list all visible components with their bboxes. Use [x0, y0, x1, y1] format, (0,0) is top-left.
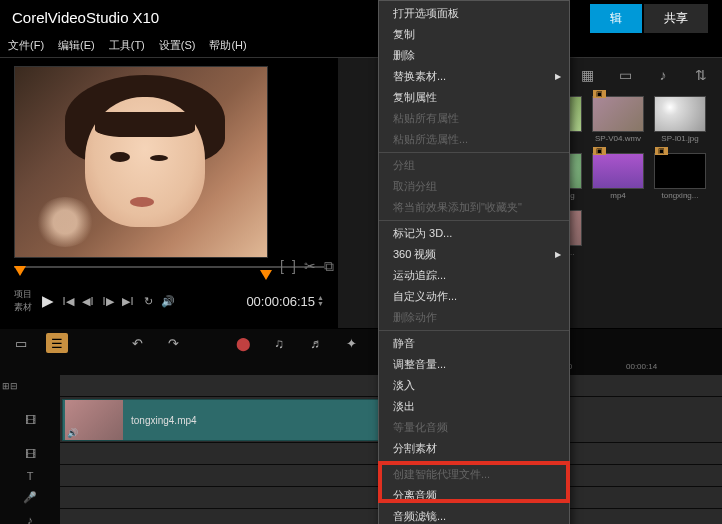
- film-icon: 🎞: [25, 448, 36, 460]
- film-icon: 🎞: [25, 414, 36, 426]
- trim-tools: [ ] ✂ ⧉: [280, 258, 334, 275]
- snapshot-icon[interactable]: ⧉: [324, 258, 334, 275]
- timeline-area: ▭ ☰ ↶ ↷ ⬤ ♫ ♬ ✦ ⊟ ▦ ⊕ 00:00:12:10 00:00:…: [0, 328, 722, 524]
- title-icon: T: [27, 470, 34, 482]
- cm-mute[interactable]: 静音: [379, 333, 569, 354]
- track-head[interactable]: ⊞⊟: [0, 375, 60, 396]
- mic-icon: 🎤: [23, 491, 37, 504]
- cm-adjust-volume[interactable]: 调整音量...: [379, 354, 569, 375]
- track-head-voice[interactable]: 🎤: [0, 487, 60, 508]
- redo-button[interactable]: ↷: [162, 333, 184, 353]
- split-icon[interactable]: ✂: [304, 258, 316, 275]
- cm-fade-out[interactable]: 淡出: [379, 396, 569, 417]
- track-head-overlay[interactable]: 🎞: [0, 443, 60, 464]
- prev-frame-button[interactable]: ◀I: [78, 292, 98, 310]
- cm-paste-sel-attrs: 粘贴所选属性...: [379, 129, 569, 150]
- cm-fade-in[interactable]: 淡入: [379, 375, 569, 396]
- audio-icon: 🔊: [67, 428, 78, 438]
- track-head-music[interactable]: ♪: [0, 509, 60, 524]
- menu-help[interactable]: 帮助(H): [209, 38, 246, 53]
- overlay-track: 🎞: [0, 443, 722, 465]
- transport-controls: 项目 素材 ▶ I◀ ◀I I▶ ▶I ↻ 🔊 00:00:06:15 ▲▼: [14, 288, 324, 314]
- app-brand: CorelVideoStudioX10: [12, 9, 159, 26]
- cm-group: 分组: [379, 155, 569, 176]
- storyboard-view-button[interactable]: ▭: [10, 333, 32, 353]
- mark-in-icon[interactable]: [: [280, 258, 284, 275]
- timeline-view-button[interactable]: ☰: [46, 333, 68, 353]
- preview-pane: 项目 素材 ▶ I◀ ◀I I▶ ▶I ↻ 🔊 00:00:06:15 ▲▼: [0, 58, 338, 328]
- cm-smart-proxy: 创建智能代理文件...: [379, 464, 569, 485]
- go-start-button[interactable]: I◀: [58, 292, 78, 310]
- cm-add-fav: 将当前效果添加到"收藏夹": [379, 197, 569, 218]
- preview-video[interactable]: [14, 66, 268, 258]
- filmstrip-icon[interactable]: ▦: [578, 66, 596, 84]
- auto-music-button[interactable]: ♬: [304, 333, 326, 353]
- timecode-display[interactable]: 00:00:06:15 ▲▼: [246, 294, 324, 309]
- clip-label: tongxing4.mp4: [131, 415, 197, 426]
- menubar: 文件(F) 编辑(E) 工具(T) 设置(S) 帮助(H): [0, 34, 722, 58]
- mode-clip-label[interactable]: 素材: [14, 301, 32, 314]
- cm-motion-track[interactable]: 运动追踪...: [379, 265, 569, 286]
- workspace-tabs: 辑 共享: [590, 4, 708, 33]
- library-thumb[interactable]: ▣mp4: [592, 153, 644, 200]
- music-icon: ♪: [27, 514, 33, 525]
- volume-button[interactable]: 🔊: [158, 292, 178, 310]
- cm-paste-all-attrs: 粘贴所有属性: [379, 108, 569, 129]
- next-frame-button[interactable]: I▶: [98, 292, 118, 310]
- cm-audio-filter[interactable]: 音频滤镜...: [379, 506, 569, 524]
- menu-settings[interactable]: 设置(S): [159, 38, 196, 53]
- mode-project-label[interactable]: 项目: [14, 288, 32, 301]
- record-button[interactable]: ⬤: [232, 333, 254, 353]
- cm-detach-audio[interactable]: 分离音频: [379, 485, 569, 506]
- scrub-bar[interactable]: [14, 266, 324, 282]
- cm-delete[interactable]: 删除: [379, 45, 569, 66]
- cm-open-options[interactable]: 打开选项面板: [379, 3, 569, 24]
- track-row: ⊞⊟: [0, 375, 722, 397]
- library-thumb[interactable]: ▣tongxing...: [654, 153, 706, 200]
- cm-copy[interactable]: 复制: [379, 24, 569, 45]
- undo-button[interactable]: ↶: [126, 333, 148, 353]
- music-track: ♪: [0, 509, 722, 524]
- tab-share[interactable]: 共享: [644, 4, 708, 33]
- cm-split-clip[interactable]: 分割素材: [379, 438, 569, 459]
- mixer-button[interactable]: ♫: [268, 333, 290, 353]
- title-track: T: [0, 465, 722, 487]
- track-head-video[interactable]: 🎞: [0, 397, 60, 442]
- library-thumb[interactable]: SP-I01.jpg: [654, 96, 706, 143]
- mark-out-icon[interactable]: ]: [292, 258, 296, 275]
- menu-edit[interactable]: 编辑(E): [58, 38, 95, 53]
- context-menu: 打开选项面板 复制 删除 替换素材... 复制属性 粘贴所有属性 粘贴所选属性.…: [378, 0, 570, 524]
- sort-icon[interactable]: ⇅: [692, 66, 710, 84]
- library-thumb[interactable]: ▣SP-V04.wmv: [592, 96, 644, 143]
- trim-out-handle[interactable]: [260, 270, 272, 280]
- tab-edit[interactable]: 辑: [590, 4, 642, 33]
- menu-tools[interactable]: 工具(T): [109, 38, 145, 53]
- repeat-button[interactable]: ↻: [138, 292, 158, 310]
- music-icon[interactable]: ♪: [654, 66, 672, 84]
- play-button[interactable]: ▶: [38, 292, 58, 310]
- cm-normalize-audio: 等量化音频: [379, 417, 569, 438]
- trim-in-handle[interactable]: [14, 266, 26, 276]
- cm-ungroup: 取消分组: [379, 176, 569, 197]
- photo-icon[interactable]: ▭: [616, 66, 634, 84]
- motion-button[interactable]: ✦: [340, 333, 362, 353]
- cm-replace-clip[interactable]: 替换素材...: [379, 66, 569, 87]
- video-track: 🎞 🔊 tongxing4.mp4: [0, 397, 722, 443]
- cm-360-video[interactable]: 360 视频: [379, 244, 569, 265]
- cm-custom-motion[interactable]: 自定义动作...: [379, 286, 569, 307]
- timeline-toolbar: ▭ ☰ ↶ ↷ ⬤ ♫ ♬ ✦ ⊟ ▦ ⊕: [0, 329, 722, 357]
- voice-track: 🎤: [0, 487, 722, 509]
- cm-mark-3d[interactable]: 标记为 3D...: [379, 223, 569, 244]
- timeline-ruler[interactable]: 00:00:12:10 00:00:14: [0, 357, 722, 375]
- cm-delete-motion: 删除动作: [379, 307, 569, 328]
- track-head-title[interactable]: T: [0, 465, 60, 486]
- go-end-button[interactable]: ▶I: [118, 292, 138, 310]
- menu-file[interactable]: 文件(F): [8, 38, 44, 53]
- cm-copy-attrs[interactable]: 复制属性: [379, 87, 569, 108]
